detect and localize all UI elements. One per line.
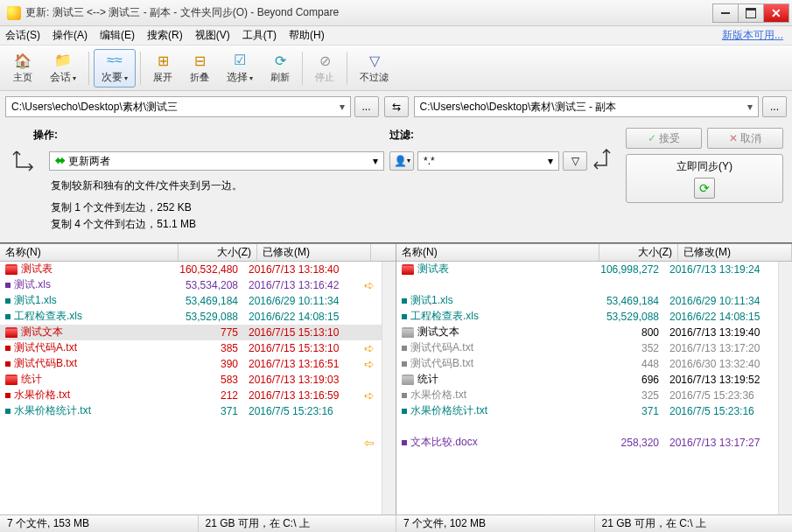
menu-search[interactable]: 搜索(R) [147, 28, 183, 43]
row-name: 测试文本 [21, 325, 63, 340]
funnel-icon: ▽ [571, 155, 579, 167]
menu-action[interactable]: 操作(A) [53, 28, 88, 43]
row-size: 448 [585, 358, 664, 370]
row-name: 测试文本 [417, 325, 459, 340]
row-modified: 2016/6/22 14:08:15 [243, 311, 357, 323]
collapse-button[interactable]: ⊟折叠 [182, 49, 217, 88]
titlebar: 更新: 测试三 <--> 测试三 - 副本 - 文件夹同步(O) - Beyon… [0, 0, 792, 26]
file-row[interactable]: 测试1.xls53,469,1842016/6/29 10:11:34 [0, 293, 382, 309]
col-size[interactable]: 大小(Z) [179, 244, 257, 261]
select-button[interactable]: ☑选择▾ [219, 49, 261, 88]
blank-row [0, 419, 382, 435]
row-name: 统计 [417, 372, 438, 387]
row-modified: 2016/7/13 13:19:24 [664, 263, 778, 276]
folder-row[interactable]: 统计5832016/7/13 13:19:03 [0, 372, 382, 388]
expand-button[interactable]: ⊞展开 [145, 49, 180, 88]
menu-view[interactable]: 视图(V) [195, 28, 230, 43]
select-icon: ☑ [231, 52, 249, 69]
right-path-input[interactable]: C:\Users\echo\Desktop\素材\测试三 - 副本▾ [414, 96, 760, 117]
col-name[interactable]: 名称(N) [0, 244, 179, 261]
action-area: 操作: ⬌ 更新两者 ▾ 复制较新和独有的文件/文件夹到另一边。 复制 1 个文… [0, 122, 792, 243]
row-modified: 2016/7/13 13:17:20 [664, 342, 778, 354]
chevron-down-icon: ▾ [340, 101, 345, 113]
maximize-button[interactable] [738, 4, 764, 23]
file-marker-icon [5, 283, 11, 288]
status-right-files: 7 个文件, 102 MB [396, 515, 595, 532]
secondary-button[interactable]: ≈≈次要▾ [94, 49, 136, 88]
left-browse-button[interactable]: ... [354, 96, 379, 117]
cancel-button[interactable]: ✕ 取消 [707, 128, 783, 149]
nofilter-button[interactable]: ▽不过滤 [352, 49, 396, 88]
blank-row [396, 277, 778, 293]
new-version-link[interactable]: 新版本可用... [722, 28, 783, 43]
right-browse-button[interactable]: ... [762, 96, 787, 117]
file-marker-icon [402, 298, 407, 304]
file-row[interactable]: 工程检查表.xls53,529,0882016/6/22 14:08:15 [396, 309, 778, 325]
row-modified: 2016/7/13 13:18:40 [243, 263, 357, 276]
file-row[interactable]: 水果价格统计.txt3712016/7/5 15:23:16 [396, 403, 778, 419]
refresh-button[interactable]: ⟳刷新 [263, 49, 298, 88]
file-row[interactable]: 水果价格.txt3252016/7/5 15:23:36 [396, 388, 778, 403]
menu-edit[interactable]: 编辑(E) [100, 28, 135, 43]
file-row[interactable]: 工程检查表.xls53,529,0882016/6/22 14:08:15 [0, 309, 382, 325]
arrow-right-icon: ➪ [364, 278, 375, 292]
file-marker-icon [402, 346, 407, 351]
row-size: 371 [585, 405, 664, 417]
file-row[interactable]: 测试1.xls53,469,1842016/6/29 10:11:34 [396, 293, 778, 309]
folder-icon [402, 327, 414, 338]
session-button[interactable]: 📁会话▾ [42, 49, 84, 88]
accept-button[interactable]: ✓ 接受 [626, 128, 702, 149]
left-path-input[interactable]: C:\Users\echo\Desktop\素材\测试三▾ [5, 96, 351, 117]
row-modified: 2016/7/13 13:16:42 [243, 279, 357, 291]
col-name[interactable]: 名称(N) [396, 244, 599, 261]
left-rows[interactable]: 测试表160,532,4802016/7/13 13:18:40测试.xls53… [0, 262, 382, 514]
col-modified[interactable]: 已修改(M) [257, 244, 371, 261]
minimize-button[interactable] [712, 4, 739, 23]
row-modified: 2016/7/13 13:17:27 [664, 437, 778, 449]
folder-row[interactable]: 测试表106,998,2722016/7/13 13:19:24 [396, 262, 778, 277]
row-size: 352 [585, 342, 664, 354]
file-row[interactable]: 测试代码A.txt3522016/7/13 13:17:20 [396, 340, 778, 356]
row-name: 测试代码B.txt [14, 356, 77, 371]
scrollbar[interactable] [778, 262, 792, 514]
row-name: 测试代码A.txt [14, 340, 77, 355]
row-name: 统计 [21, 372, 42, 387]
expand-icon: ⊞ [154, 52, 172, 70]
menu-session[interactable]: 会话(S) [5, 28, 40, 43]
folder-row[interactable]: 测试表160,532,4802016/7/13 13:18:40 [0, 262, 382, 277]
file-marker-icon [5, 298, 11, 304]
folder-icon: 📁 [54, 52, 72, 69]
col-modified[interactable]: 已修改(M) [678, 244, 792, 261]
file-row[interactable]: 测试代码B.txt3902016/7/13 13:16:51➪ [0, 356, 382, 372]
scrollbar[interactable] [382, 262, 396, 514]
row-name: 测试1.xls [14, 293, 57, 308]
row-size: 53,529,088 [585, 311, 664, 323]
home-button[interactable]: 🏠主页 [5, 49, 40, 88]
file-row[interactable]: 测试代码B.txt4482016/6/30 13:32:40 [396, 356, 778, 372]
file-row[interactable]: 水果价格统计.txt3712016/7/5 15:23:16 [0, 403, 382, 419]
swap-button[interactable]: ⇆ [384, 96, 409, 117]
folder-row[interactable]: 测试文本7752016/7/15 15:13:10 [0, 325, 382, 340]
folder-row[interactable]: 测试文本8002016/7/13 13:19:40 [396, 325, 778, 340]
file-row[interactable]: 测试代码A.txt3852016/7/15 15:13:10➪ [0, 340, 382, 356]
action-select[interactable]: ⬌ 更新两者 ▾ [49, 151, 384, 171]
menu-tools[interactable]: 工具(T) [242, 28, 277, 43]
sync-now-button[interactable]: 立即同步(Y) ⟳ [626, 154, 783, 203]
filter-input[interactable]: *.*▾ [417, 151, 559, 171]
menu-help[interactable]: 帮助(H) [289, 28, 325, 43]
folder-icon [402, 264, 414, 275]
filter-toggle-button[interactable]: ▽ [563, 151, 587, 171]
close-button[interactable]: ✕ [763, 4, 789, 23]
status-left-disk: 21 GB 可用，在 C:\ 上 [199, 515, 397, 532]
file-row[interactable]: 水果价格.txt2122016/7/13 13:16:59➪ [0, 388, 382, 403]
file-row[interactable]: 测试.xls53,534,2082016/7/13 13:16:42➪ [0, 277, 382, 293]
filter-label: 过滤: [389, 128, 617, 143]
row-name: 文本比较.docx [410, 435, 478, 450]
row-modified: 2016/6/29 10:11:34 [664, 295, 778, 307]
file-row[interactable]: 文本比较.docx258,3202016/7/13 13:17:27 [396, 435, 778, 451]
filter-preset-button[interactable]: 👤▾ [389, 151, 414, 171]
folder-row[interactable]: 统计6962016/7/13 13:19:52 [396, 372, 778, 388]
right-rows[interactable]: 测试表106,998,2722016/7/13 13:19:24测试1.xls5… [396, 262, 778, 514]
col-size[interactable]: 大小(Z) [599, 244, 678, 261]
compare-panes: 名称(N) 大小(Z) 已修改(M) 测试表160,532,4802016/7/… [0, 243, 792, 514]
